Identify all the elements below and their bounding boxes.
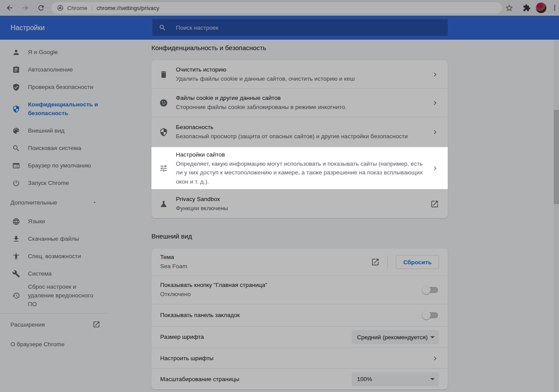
- sidebar-item-label: Спец. возможности: [28, 252, 86, 261]
- tune-icon: [151, 164, 176, 173]
- row-title: Показывать панель закладок: [160, 311, 416, 320]
- forward-icon[interactable]: [21, 4, 29, 12]
- sidebar-item-default-browser[interactable]: Браузер по умолчанию: [0, 157, 108, 174]
- chevron-right-icon: [431, 99, 439, 107]
- sidebar-item-privacy[interactable]: Конфиденциальность и безопасность: [0, 96, 108, 122]
- section-title-privacy: Конфиденциальность и безопасность: [151, 44, 266, 51]
- address-separator: [92, 5, 92, 11]
- address-url: chrome://settings/privacy: [96, 5, 159, 11]
- bookmark-star-icon[interactable]: [505, 3, 514, 14]
- security-shield-icon: [151, 128, 176, 136]
- search-icon: [12, 144, 20, 152]
- row-theme[interactable]: Тема Sea Foam Сбросить: [151, 249, 448, 276]
- sidebar-item-label: Я и Google: [28, 48, 63, 57]
- sidebar-item-on-startup[interactable]: Запуск Chrome: [0, 174, 108, 192]
- search-icon: [159, 24, 166, 31]
- sidebar-advanced-toggle[interactable]: Дополнительные: [0, 192, 108, 213]
- reset-theme-button[interactable]: Сбросить: [396, 255, 439, 269]
- bookmarks-bar-toggle[interactable]: [423, 312, 438, 318]
- flask-icon: [151, 200, 176, 208]
- extensions-puzzle-icon[interactable]: [523, 4, 531, 14]
- row-subtitle: Определяет, какую информацию могут испол…: [176, 160, 424, 187]
- page-zoom-select[interactable]: 100%: [352, 372, 439, 386]
- row-title: Настройки сайтов: [176, 150, 424, 159]
- autofill-icon: [12, 66, 20, 74]
- section-title-appearance: Внешний вид: [151, 232, 192, 240]
- select-value: 100%: [357, 376, 372, 382]
- sidebar-item-languages[interactable]: Языки: [0, 213, 108, 230]
- home-button-toggle[interactable]: [423, 287, 438, 293]
- person-icon: [12, 48, 20, 56]
- chevron-right-icon: [431, 164, 439, 172]
- chrome-logo-icon: [57, 4, 64, 11]
- sidebar-item-label: Проверка безопасности: [28, 83, 99, 92]
- privacy-card: Очистить историю Удалить файлы cookie и …: [151, 60, 448, 218]
- row-security[interactable]: Безопасность Безопасный просмотр (защита…: [151, 117, 448, 147]
- row-title: Очистить историю: [176, 65, 424, 74]
- profile-avatar[interactable]: [535, 2, 547, 14]
- row-clear-browsing-data[interactable]: Очистить историю Удалить файлы cookie и …: [151, 60, 448, 89]
- row-title: Безопасность: [176, 123, 424, 132]
- trash-icon: [151, 70, 176, 79]
- restore-icon: [12, 292, 20, 300]
- sidebar-item-search-engine[interactable]: Поисковая система: [0, 140, 108, 157]
- row-subtitle: Безопасный просмотр (защита от опасных с…: [176, 132, 424, 141]
- row-site-settings[interactable]: Настройки сайтов Определяет, какую инфор…: [151, 147, 448, 189]
- sidebar-item-system[interactable]: Система: [0, 265, 108, 283]
- sidebar-item-accessibility[interactable]: Спец. возможности: [0, 248, 108, 265]
- sidebar-item-label: Расширения: [10, 321, 45, 328]
- chevron-right-icon: [431, 128, 439, 136]
- chevron-right-icon: [431, 355, 439, 362]
- sidebar-item-label: Сброс настроек и удаление вредоносного П…: [28, 283, 108, 309]
- row-customize-fonts[interactable]: Настроить шрифты: [151, 348, 448, 368]
- chevron-right-icon: [431, 71, 439, 78]
- font-size-select[interactable]: Средний (рекомендуется): [352, 330, 439, 344]
- browser-menu-dots-icon[interactable]: [551, 4, 559, 14]
- search-input[interactable]: [176, 24, 420, 31]
- wrench-icon: [12, 270, 20, 278]
- sidebar-item-downloads[interactable]: Скачанные файлы: [0, 230, 108, 248]
- row-show-home-button[interactable]: Показывать кнопку "Главная страница" Отк…: [151, 276, 448, 304]
- sidebar-item-extensions[interactable]: Расширения: [0, 314, 108, 335]
- sidebar-item-label: Запуск Chrome: [28, 179, 74, 187]
- reload-icon[interactable]: [37, 4, 45, 12]
- sidebar-item-reset[interactable]: Сброс настроек и удаление вредоносного П…: [0, 283, 108, 309]
- external-link-icon: [93, 320, 100, 328]
- sidebar-item-label: Внешний вид: [28, 126, 70, 135]
- sidebar-item-about-chrome[interactable]: О браузере Chrome: [0, 335, 108, 353]
- safety-check-shield-icon: [12, 83, 20, 91]
- scrollbar[interactable]: [554, 40, 559, 392]
- settings-search-box[interactable]: [152, 19, 448, 36]
- row-subtitle: Сторонние файлы cookie заблокированы в р…: [176, 103, 424, 112]
- sidebar-advanced-label: Дополнительные: [10, 199, 57, 206]
- dropdown-arrow-icon: [430, 336, 435, 338]
- address-bar[interactable]: Chrome chrome://settings/privacy: [51, 2, 502, 14]
- download-icon: [12, 235, 20, 243]
- address-site-label: Chrome: [67, 5, 87, 11]
- sidebar-item-appearance[interactable]: Внешний вид: [0, 122, 108, 140]
- row-page-zoom: Масштабирование страницы 100%: [151, 368, 448, 389]
- row-title: Privacy Sandbox: [176, 195, 423, 204]
- row-privacy-sandbox[interactable]: Privacy Sandbox Функции включены: [151, 189, 448, 218]
- sidebar: Я и Google Автозаполнение Проверка безоп…: [0, 40, 108, 353]
- sidebar-item-people[interactable]: Я и Google: [0, 44, 108, 61]
- back-icon[interactable]: [6, 4, 14, 12]
- scrollbar-thumb[interactable]: [554, 110, 559, 204]
- sidebar-item-safety-check[interactable]: Проверка безопасности: [0, 78, 108, 96]
- privacy-shield-icon: [12, 105, 20, 113]
- row-subtitle: Sea Foam: [160, 262, 364, 271]
- sidebar-item-label: Поисковая система: [28, 144, 86, 153]
- row-cookies[interactable]: Файлы cookie и другие данные сайтов Стор…: [151, 89, 448, 117]
- sidebar-item-autofill[interactable]: Автозаполнение: [0, 61, 108, 78]
- sidebar-item-label: Языки: [28, 217, 50, 226]
- settings-content: Конфиденциальность и безопасность Очисти…: [151, 40, 448, 392]
- sidebar-item-label: Скачанные файлы: [28, 235, 84, 243]
- appearance-card: Тема Sea Foam Сбросить Показывать кнопку…: [151, 249, 448, 389]
- row-title: Тема: [160, 253, 364, 262]
- row-show-bookmarks-bar[interactable]: Показывать панель закладок: [151, 304, 448, 326]
- row-subtitle: Удалить файлы cookie и данные сайтов, оч…: [176, 75, 424, 84]
- power-icon: [12, 179, 20, 187]
- external-link-icon: [371, 258, 380, 266]
- row-font-size: Размер шрифта Средний (рекомендуется): [151, 326, 448, 348]
- row-title: Файлы cookie и другие данные сайтов: [176, 94, 424, 102]
